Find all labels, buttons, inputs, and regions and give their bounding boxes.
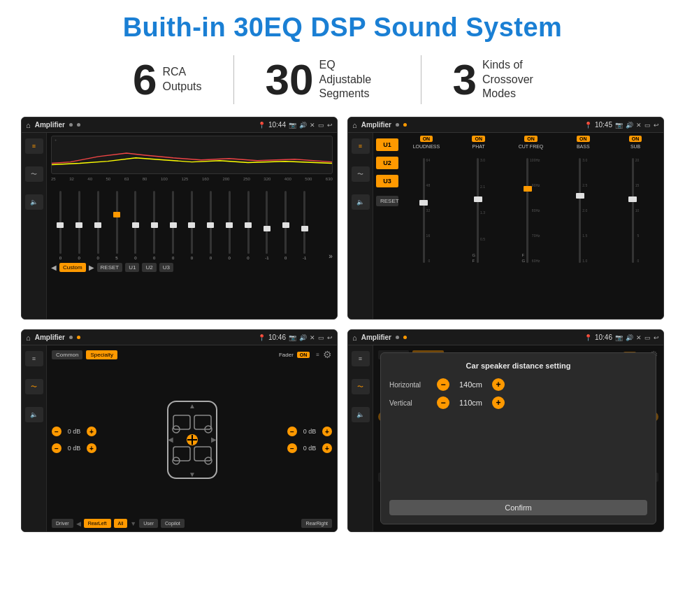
eq-slider-5: 0	[126, 191, 145, 260]
sidebar-speaker-btn-4[interactable]: 🔈	[352, 407, 370, 422]
sidebar-eq-btn-4[interactable]: ≡	[352, 351, 370, 366]
db1-plus-btn[interactable]: +	[87, 427, 96, 436]
u3-btn[interactable]: U3	[159, 263, 173, 272]
volume-icon-2: 🔊	[626, 122, 633, 129]
eq-freq-labels: 25 32 40 50 63 80 100 125 160 200 250 32…	[51, 177, 333, 181]
db3-plus-btn[interactable]: +	[322, 427, 332, 436]
u1-crossover-btn[interactable]: U1	[376, 138, 398, 151]
window-icon: ▭	[318, 122, 324, 129]
topbar-dot-6	[77, 336, 80, 339]
horizontal-plus-btn[interactable]: +	[492, 378, 505, 391]
custom-btn[interactable]: Custom	[59, 263, 86, 272]
sidebar-speaker-btn-3[interactable]: 🔈	[25, 407, 43, 422]
camera-icon-4: 📷	[615, 334, 623, 341]
fader-tabs-row: Common Specialty Fader ON ≡ ⚙	[52, 349, 332, 360]
sidebar-eq-btn[interactable]: ≡	[25, 138, 43, 154]
rearleft-btn[interactable]: RearLeft	[84, 519, 111, 528]
db4-plus-btn[interactable]: +	[322, 443, 332, 453]
topbar-dot-4	[403, 123, 407, 127]
sidebar-wave-btn-4[interactable]: 〜	[352, 379, 370, 394]
channel-sub: ON SUB 20 15 10 5	[610, 136, 661, 316]
u2-crossover-btn[interactable]: U2	[376, 157, 398, 169]
fader-content: ≡ 〜 🔈 Common Specialty Fader ON ≡ ⚙	[22, 345, 337, 531]
db1-minus-btn[interactable]: −	[52, 427, 62, 436]
eq-slider-7: 0	[164, 191, 182, 260]
crossover-topbar: ⌂ Amplifier 📍 10:45 📷 🔊 ✕ ▭ ↩	[348, 117, 663, 133]
crossover-topbar-title: Amplifier	[361, 121, 391, 129]
eq-slider-8: 0	[182, 191, 201, 260]
vertical-plus-btn[interactable]: +	[492, 396, 505, 409]
sidebar-wave-btn[interactable]: 〜	[25, 166, 43, 182]
db3-minus-btn[interactable]: −	[287, 427, 297, 436]
location-icon-2: 📍	[584, 122, 592, 129]
sidebar-wave-btn-3[interactable]: 〜	[25, 379, 43, 394]
copilot-btn[interactable]: Copilot	[161, 519, 185, 528]
distance-dialog: Car speaker distance setting Horizontal …	[380, 352, 656, 524]
car-diagram: ▲ ▼ ◀ ▶	[102, 364, 282, 515]
u3-crossover-btn[interactable]: U3	[376, 175, 398, 187]
db2-value: 0 dB	[64, 445, 84, 452]
channel-cutfreq: ON CUT FREQ F G	[506, 136, 556, 316]
common-tab[interactable]: Common	[52, 350, 82, 359]
topbar-icons-4: 📍 10:46 📷 🔊 ✕ ▭ ↩	[584, 334, 659, 341]
driver-btn[interactable]: Driver	[52, 519, 73, 528]
db2-minus-btn[interactable]: −	[52, 443, 62, 453]
fader-bottom-row: Driver ◀ RearLeft All ▼ User Copilot Rea…	[52, 519, 332, 528]
page-wrapper: Buith-in 30EQ DSP Sound System 6 RCAOutp…	[0, 0, 685, 616]
sidebar-wave-btn-2[interactable]: 〜	[352, 166, 370, 182]
specialty-tab[interactable]: Specialty	[86, 350, 117, 359]
reset-btn[interactable]: RESET	[97, 263, 123, 272]
u2-btn[interactable]: U2	[142, 263, 156, 272]
next-icon[interactable]: ▶	[89, 264, 94, 271]
confirm-button[interactable]: Confirm	[389, 500, 647, 515]
home-icon: ⌂	[26, 121, 31, 129]
eq-slider-4: 5	[108, 191, 127, 260]
home-icon-4: ⌂	[352, 334, 357, 342]
eq-main-area: + 25 32 40 50 63 80 100 125 160 20	[47, 133, 337, 319]
u1-btn[interactable]: U1	[125, 263, 139, 272]
fader-on-badge: ON	[297, 352, 310, 358]
bass-sliders: 3.0 2.5 2.0 1.5 1.0	[579, 151, 587, 263]
left-db-controls: − 0 dB + − 0 dB +	[52, 364, 96, 515]
window-icon-2: ▭	[644, 122, 651, 129]
stat-rca-label: RCAOutputs	[163, 65, 202, 94]
page-title: Buith-in 30EQ DSP Sound System	[123, 13, 563, 43]
stat-eq: 30 EQ AdjustableSegments	[266, 58, 389, 101]
topbar-icons-3: 📍 10:46 📷 🔊 ✕ ▭ ↩	[258, 334, 333, 341]
camera-icon-2: 📷	[615, 122, 623, 129]
crossover-reset-btn[interactable]: RESET	[376, 196, 398, 206]
crossover-sidebar: ≡ 〜 🔈	[348, 133, 373, 319]
camera-icon: 📷	[289, 122, 296, 129]
svg-text:▶: ▶	[211, 436, 217, 443]
sidebar-eq-btn-2[interactable]: ≡	[352, 138, 370, 154]
prev-icon[interactable]: ◀	[51, 264, 57, 271]
channels-area: ON LOUDNESS 64 48 32 16	[401, 136, 661, 316]
eq-topbar-title: Amplifier	[35, 121, 65, 129]
user-btn[interactable]: User	[139, 519, 158, 528]
window-icon-3: ▭	[318, 334, 324, 341]
stat-crossover-number: 3	[453, 58, 477, 101]
freq-320: 320	[264, 177, 271, 181]
rearright-btn[interactable]: RearRight	[301, 519, 332, 528]
horizontal-minus-btn[interactable]: −	[437, 378, 449, 391]
u-buttons-col: U1 U2 U3 RESET	[376, 136, 398, 316]
freq-50: 50	[106, 177, 110, 181]
svg-rect-2	[194, 415, 211, 429]
db4-value: 0 dB	[300, 445, 319, 452]
db2-plus-btn[interactable]: +	[87, 443, 96, 453]
stat-crossover: 3 Kinds ofCrossover Modes	[453, 58, 552, 101]
db4-minus-btn[interactable]: −	[287, 443, 297, 453]
sub-on: ON	[629, 136, 642, 142]
fader-body: − 0 dB + − 0 dB +	[52, 364, 332, 515]
fader-settings-icon[interactable]: ⚙	[323, 349, 332, 360]
all-btn[interactable]: All	[114, 519, 128, 528]
vertical-minus-btn[interactable]: −	[437, 396, 449, 409]
sidebar-speaker-btn-2[interactable]: 🔈	[352, 194, 370, 210]
db1-value: 0 dB	[64, 428, 84, 435]
sidebar-eq-btn-3[interactable]: ≡	[25, 351, 43, 366]
eq-controls: ◀ Custom ▶ RESET U1 U2 U3	[51, 263, 333, 272]
home-icon-3: ⌂	[26, 334, 31, 342]
screens-grid: ⌂ Amplifier 📍 10:44 📷 🔊 ✕ ▭ ↩ ≡ 〜	[21, 117, 664, 532]
sidebar-speaker-btn[interactable]: 🔈	[25, 194, 43, 210]
eq-slider-2: 0	[70, 191, 89, 260]
